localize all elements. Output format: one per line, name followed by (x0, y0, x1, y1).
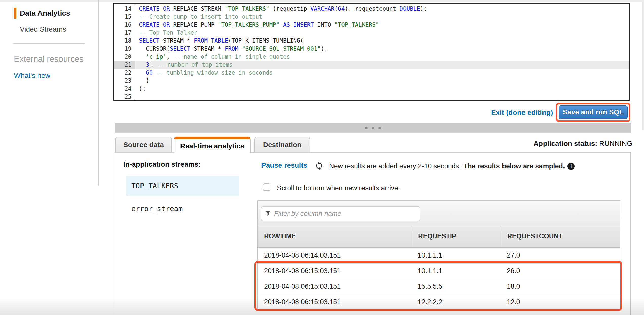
results-table: ROWTIMEREQUESTIPREQUESTCOUNT 2018-04-08 … (257, 200, 620, 310)
line-number: 23 (114, 77, 135, 85)
splitter-dot (365, 127, 368, 129)
line-number: 15 (114, 13, 135, 21)
line-number: 22 (114, 69, 135, 77)
real-time-analytics-panel: In-application streams: TOP_TALKERSerror… (115, 152, 631, 315)
line-number: 18 (114, 37, 135, 45)
code-text: CREATE OR REPLACE PUMP "TOP_TALKERS_PUMP… (135, 21, 629, 29)
sidebar-divider (13, 43, 85, 44)
save-and-run-sql-button[interactable]: Save and run SQL (559, 105, 628, 119)
filter-box (261, 206, 420, 221)
cell: 26.0 (501, 264, 620, 279)
cell: 2018-04-08 06:15:03.151 (258, 279, 412, 294)
sidebar-item-data-analytics[interactable]: Data Analytics (20, 9, 70, 17)
table-row: 2018-04-08 06:15:03.15112.2.2.212.0 (258, 294, 620, 309)
tab-real-time-analytics[interactable]: Real-time analytics (174, 137, 251, 153)
table-row: 2018-04-08 06:15:03.15115.5.5.518.0 (258, 279, 620, 294)
stream-item-error_stream[interactable]: error_stream (126, 199, 239, 219)
code-text: -- Top Ten Talker (135, 29, 629, 37)
application-status-label: Application status: (534, 140, 597, 147)
code-line[interactable]: 22 60 -- tumbling window size in seconds (114, 69, 629, 77)
code-line[interactable]: 18SELECT STREAM * FROM TABLE(TOP_K_ITEMS… (114, 37, 629, 45)
line-number: 20 (114, 53, 135, 61)
notice-text: New results are added every 2-10 seconds… (329, 162, 461, 170)
cell: 10.1.1.1 (412, 248, 501, 263)
scrollbar-gutter[interactable] (642, 2, 644, 130)
code-text: 'c_ip', -- name of column in single quot… (135, 53, 629, 61)
annotation-outline-save-button: Save and run SQL (556, 103, 630, 122)
splitter-dot (378, 127, 381, 129)
application-status: Application status: RUNNING (534, 140, 632, 148)
code-line[interactable]: 20 'c_ip', -- name of column in single q… (114, 53, 629, 61)
code-line[interactable]: 15-- Create pump to insert into output (114, 13, 629, 21)
code-line[interactable]: 21 3, -- number of top items (114, 61, 629, 69)
active-nav-accent-bar (14, 8, 16, 19)
line-number: 19 (114, 45, 135, 53)
refresh-icon (315, 161, 324, 170)
cell: 2018-04-08 06:15:03.151 (258, 264, 412, 279)
column-header-requestcount: REQUESTCOUNT (501, 225, 620, 247)
code-text: ) (135, 77, 629, 85)
code-lines: 14CREATE OR REPLACE STREAM "TOP_TALKERS"… (114, 4, 629, 101)
sidebar-link-whats-new[interactable]: What's new (14, 72, 50, 80)
table-toolbar (258, 201, 620, 225)
filter-by-column-input[interactable] (274, 210, 420, 218)
column-header-requestip: REQUESTIP (412, 225, 501, 247)
notice-text-bold: The results below are sampled. (464, 162, 565, 170)
pause-results-link[interactable]: Pause results (261, 161, 307, 169)
stream-item-top_talkers[interactable]: TOP_TALKERS (126, 176, 239, 196)
code-text: 60 -- tumbling window size in seconds (135, 69, 629, 77)
tab-destination[interactable]: Destination (254, 137, 310, 152)
table-header-row: ROWTIMEREQUESTIPREQUESTCOUNT (258, 225, 620, 248)
filter-funnel-icon (265, 210, 271, 217)
code-text: CURSOR(SELECT STREAM * FROM "SOURCE_SQL_… (135, 45, 629, 53)
sql-editor[interactable]: 14CREATE OR REPLACE STREAM "TOP_TALKERS"… (113, 3, 630, 101)
tab-source-data[interactable]: Source data (115, 137, 172, 152)
code-text: 3, -- number of top items (135, 61, 629, 69)
code-line[interactable]: 24); (114, 85, 629, 93)
in-application-streams-heading: In-application streams: (123, 160, 201, 168)
code-line[interactable]: 25 (114, 93, 629, 101)
cell: 12.0 (501, 294, 620, 309)
cell: 2018-04-08 06:14:03.151 (258, 248, 412, 263)
results-notice: New results are added every 2-10 seconds… (329, 162, 575, 170)
top-edge-strip (0, 0, 644, 2)
code-line[interactable]: 23 ) (114, 77, 629, 85)
splitter-dot (372, 127, 374, 129)
line-number: 14 (114, 5, 135, 13)
code-text: -- Create pump to insert into output (135, 13, 629, 21)
cell: 15.5.5.5 (412, 279, 501, 294)
cell: 10.1.1.1 (412, 264, 501, 279)
scroll-to-bottom-checkbox[interactable] (263, 183, 270, 191)
line-number: 25 (114, 93, 135, 101)
sidebar-vertical-divider (98, 0, 99, 186)
info-icon[interactable]: i (567, 163, 575, 170)
code-line[interactable]: 19 CURSOR(SELECT STREAM * FROM "SOURCE_S… (114, 45, 629, 53)
code-text (135, 93, 629, 101)
table-row: 2018-04-08 06:14:03.15110.1.1.127.0 (258, 248, 620, 263)
cell: 27.0 (501, 248, 620, 263)
cell: 12.2.2.2 (412, 294, 501, 309)
scroll-to-bottom-label: Scroll to bottom when new results arrive… (277, 184, 400, 192)
sidebar-section-heading: External resources (14, 54, 84, 64)
page: Data Analytics Video Streams External re… (0, 0, 644, 315)
application-status-value: RUNNING (599, 140, 632, 147)
line-number: 17 (114, 29, 135, 37)
code-text: CREATE OR REPLACE STREAM "TOP_TALKERS" (… (135, 5, 629, 13)
line-number: 16 (114, 21, 135, 29)
cell: 2018-04-08 06:15:03.151 (258, 294, 412, 309)
exit-done-editing-link[interactable]: Exit (done editing) (491, 109, 553, 117)
table-row: 2018-04-08 06:15:03.15110.1.1.126.0 (258, 263, 620, 279)
code-text: ); (135, 85, 629, 93)
pane-resize-handle[interactable] (115, 123, 631, 133)
line-number: 21 (114, 61, 135, 69)
code-line[interactable]: 14CREATE OR REPLACE STREAM "TOP_TALKERS"… (114, 5, 629, 13)
code-line[interactable]: 17-- Top Ten Talker (114, 29, 629, 37)
column-header-rowtime: ROWTIME (258, 225, 412, 247)
code-line[interactable]: 16CREATE OR REPLACE PUMP "TOP_TALKERS_PU… (114, 21, 629, 29)
code-text: SELECT STREAM * FROM TABLE(TOP_K_ITEMS_T… (135, 37, 629, 45)
cell: 18.0 (501, 279, 620, 294)
table-body: 2018-04-08 06:14:03.15110.1.1.127.02018-… (258, 248, 620, 309)
line-number: 24 (114, 85, 135, 93)
sidebar-item-video-streams[interactable]: Video Streams (20, 25, 66, 33)
